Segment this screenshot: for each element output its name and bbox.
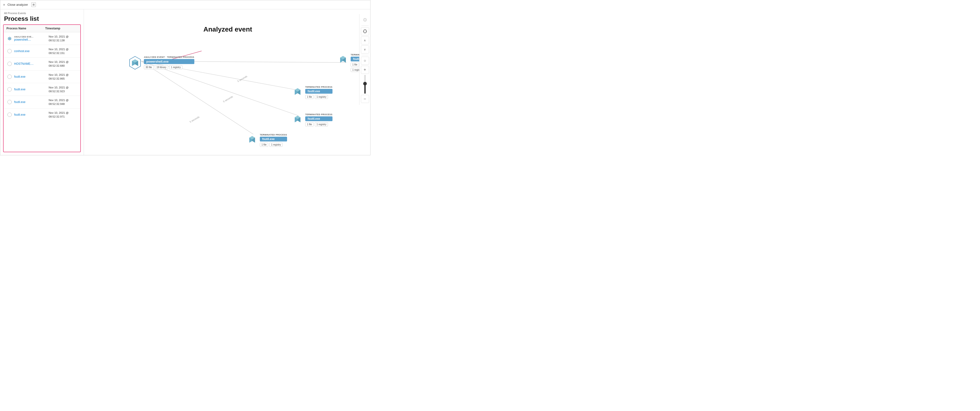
controls-separator-1 xyxy=(361,25,369,26)
cube-icon-sm xyxy=(7,36,12,41)
fsutil3-tag-registry: 1 registry xyxy=(269,143,283,147)
process-icon-cell xyxy=(6,36,13,41)
fsutil2-type-label: TERMINATED PROCESS xyxy=(305,113,332,116)
zoom-slider[interactable] xyxy=(364,75,366,94)
fsutil1-cube-icon xyxy=(292,86,303,97)
process-icon-cell xyxy=(6,62,13,66)
fsutil-right-tag-file: 1 file xyxy=(351,63,359,67)
fsutil1-type-label: TERMINATED PROCESS xyxy=(305,86,332,88)
circle-button[interactable]: ○ xyxy=(361,57,369,65)
svg-line-7 xyxy=(141,61,253,134)
fsutil1-tags: 1 file 1 registry xyxy=(305,95,332,99)
process-rows: ANALYZED EVE... powershell.... Nov 10, 2… xyxy=(3,32,80,121)
timestamp-cell: Nov 10, 2021 @08:52:32.680 xyxy=(49,60,78,68)
timestamp-cell: Nov 10, 2021 @08:52:32.865 xyxy=(49,73,78,81)
proc-name[interactable]: fsutil.exe xyxy=(14,100,49,104)
fsutil-right-cube-icon xyxy=(337,54,349,65)
powershell-name-badge[interactable]: powershell.exe xyxy=(144,59,194,64)
fsutil2-cube-icon xyxy=(292,113,303,125)
info-button[interactable]: ⓘ xyxy=(361,16,369,24)
fsutil3-name-badge[interactable]: fsutil.exe xyxy=(260,136,287,141)
process-icon-cell xyxy=(6,100,13,104)
top-bar: × Close analyzer ⊞ xyxy=(0,0,370,10)
seconds-label-3: 5 seconds xyxy=(189,116,200,123)
powershell-cube-icon xyxy=(128,56,142,70)
process-row[interactable]: fsutil.exe Nov 10, 2021 @08:52:32.948 xyxy=(3,96,80,108)
fsutil2-tags: 1 file 1 registry xyxy=(305,122,332,126)
circle-icon-sm xyxy=(7,113,12,117)
node-powershell[interactable]: ANALYZED EVENT · TERMINATED PROCESS powe… xyxy=(128,56,194,70)
fsutil2-info: TERMINATED PROCESS fsutil.exe 1 file 1 r… xyxy=(305,113,332,126)
layout-icon[interactable]: ⊞ xyxy=(31,2,36,7)
fsutil3-type-label: TERMINATED PROCESS xyxy=(260,133,287,136)
chevron-down-button[interactable]: ∨ xyxy=(361,45,369,54)
left-panel: All Process Events Process list Process … xyxy=(0,10,84,155)
close-analyzer-button[interactable]: Close analyzer xyxy=(7,3,28,6)
proc-name[interactable]: HOSTNAME.... xyxy=(14,62,49,65)
fsutil3-info: TERMINATED PROCESS fsutil.exe 1 file 1 r… xyxy=(260,133,287,147)
process-row[interactable]: ANALYZED EVE... powershell.... Nov 10, 2… xyxy=(3,32,80,45)
proc-name-cell: fsutil.exe xyxy=(14,75,49,78)
col-process-name-header: Process Name xyxy=(6,27,45,30)
fsutil1-tag-file: 1 file xyxy=(305,95,313,99)
proc-name-cell: conhost.exe xyxy=(14,49,49,53)
timestamp-cell: Nov 10, 2021 @08:52:32.923 xyxy=(49,86,78,93)
main-content: All Process Events Process list Process … xyxy=(0,10,370,155)
timestamp-cell: Nov 10, 2021 @08:52:32.138 xyxy=(49,35,78,42)
process-table: Process Name Timestamp ANALYZED EVE... p… xyxy=(3,24,81,152)
process-row[interactable]: conhost.exe Nov 10, 2021 @08:52:32.151 xyxy=(3,45,80,57)
proc-name[interactable]: fsutil.exe xyxy=(14,75,49,78)
crosshair-icon xyxy=(363,29,367,33)
proc-name[interactable]: fsutil.exe xyxy=(14,88,49,91)
seconds-label-2: 5 seconds xyxy=(223,95,233,103)
panel-title: Process list xyxy=(4,15,80,22)
close-x-icon[interactable]: × xyxy=(3,3,5,7)
process-row[interactable]: fsutil.exe Nov 10, 2021 @08:52:32.865 xyxy=(3,70,80,83)
fsutil3-cube-icon xyxy=(247,133,258,145)
fsutil3-tags: 1 file 1 registry xyxy=(260,143,287,147)
right-panel: Analyzed event 5 seconds 5 seconds 5 sec… xyxy=(84,10,370,155)
proc-name[interactable]: fsutil.exe xyxy=(14,113,49,116)
table-header: Process Name Timestamp xyxy=(3,25,80,32)
fsutil2-tag-file: 1 file xyxy=(305,122,313,126)
circle-icon-sm xyxy=(7,49,12,53)
nav-control-button[interactable] xyxy=(361,27,369,35)
proc-name-cell: fsutil.exe xyxy=(14,113,49,116)
timestamp-cell: Nov 10, 2021 @08:52:32.948 xyxy=(49,98,78,106)
right-controls: ⓘ ∧ ∨ ○ + − xyxy=(359,14,370,105)
circle-icon-sm xyxy=(7,62,12,66)
circle-icon-sm xyxy=(7,100,12,104)
proc-name-cell: fsutil.exe xyxy=(14,100,49,104)
node-fsutil-1[interactable]: TERMINATED PROCESS fsutil.exe 1 file 1 r… xyxy=(292,86,332,99)
process-row[interactable]: fsutil.exe Nov 10, 2021 @08:52:32.971 xyxy=(3,108,80,121)
fsutil2-tag-registry: 1 registry xyxy=(315,122,328,126)
circle-icon-sm xyxy=(7,75,12,79)
zoom-out-button[interactable]: − xyxy=(361,95,369,103)
process-row[interactable]: fsutil.exe Nov 10, 2021 @08:52:32.923 xyxy=(3,83,80,96)
fsutil1-name-badge[interactable]: fsutil.exe xyxy=(305,89,332,94)
powershell-tag-file: 30 file xyxy=(144,65,154,69)
powershell-tag-library: 19 library xyxy=(155,65,168,69)
powershell-tags: 30 file 19 library 1 registry xyxy=(144,65,194,69)
fsutil1-info: TERMINATED PROCESS fsutil.exe 1 file 1 r… xyxy=(305,86,332,99)
col-timestamp-header: Timestamp xyxy=(45,27,78,30)
zoom-in-button[interactable]: + xyxy=(361,66,369,74)
proc-name[interactable]: conhost.exe xyxy=(14,49,49,53)
timestamp-cell: Nov 10, 2021 @08:52:32.971 xyxy=(49,111,78,119)
fsutil3-tag-file: 1 file xyxy=(260,143,268,147)
node-fsutil-3[interactable]: TERMINATED PROCESS fsutil.exe 1 file 1 r… xyxy=(247,133,287,147)
powershell-node-info: ANALYZED EVENT · TERMINATED PROCESS powe… xyxy=(144,56,194,69)
proc-name[interactable]: powershell.... xyxy=(14,38,49,41)
node-fsutil-2[interactable]: TERMINATED PROCESS fsutil.exe 1 file 1 r… xyxy=(292,113,332,126)
chevron-up-button[interactable]: ∧ xyxy=(361,36,369,44)
process-row[interactable]: HOSTNAME.... Nov 10, 2021 @08:52:32.680 xyxy=(3,57,80,70)
circle-icon-sm xyxy=(7,87,12,92)
proc-label-top: ANALYZED EVE... xyxy=(14,36,49,38)
timestamp-cell: Nov 10, 2021 @08:52:32.151 xyxy=(49,47,78,55)
panel-header: All Process Events Process list xyxy=(0,10,84,24)
seconds-label-1: 5 seconds xyxy=(237,75,248,83)
analyzed-event-heading: Analyzed event xyxy=(204,25,252,33)
proc-name-cell: fsutil.exe xyxy=(14,88,49,91)
powershell-type-label: ANALYZED EVENT · TERMINATED PROCESS xyxy=(144,56,194,58)
fsutil2-name-badge[interactable]: fsutil.exe xyxy=(305,116,332,121)
